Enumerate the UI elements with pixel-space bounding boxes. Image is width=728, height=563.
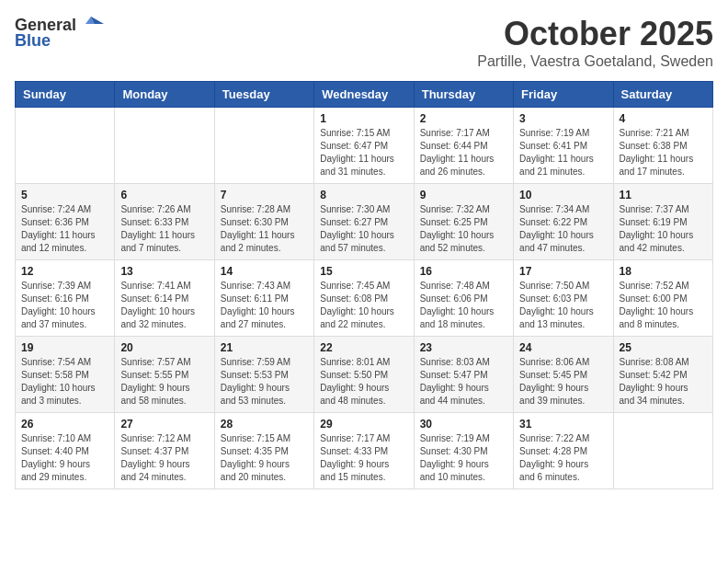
day-number: 20: [120, 341, 208, 354]
calendar-week-row: 26Sunrise: 7:10 AM Sunset: 4:40 PM Dayli…: [16, 413, 713, 489]
day-number: 10: [519, 189, 607, 201]
day-number: 17: [519, 265, 607, 278]
day-number: 22: [320, 341, 407, 354]
day-number: 23: [420, 341, 507, 354]
calendar-cell: 1Sunrise: 7:15 AM Sunset: 6:47 PM Daylig…: [314, 108, 414, 184]
day-number: 4: [620, 112, 707, 125]
calendar-cell: 4Sunrise: 7:21 AM Sunset: 6:38 PM Daylig…: [613, 108, 712, 184]
calendar-cell: 9Sunrise: 7:32 AM Sunset: 6:25 PM Daylig…: [414, 184, 513, 260]
day-info: Sunrise: 7:21 AM Sunset: 6:38 PM Dayligh…: [620, 127, 707, 178]
day-number: 19: [21, 341, 108, 354]
day-info: Sunrise: 7:45 AM Sunset: 6:08 PM Dayligh…: [320, 280, 407, 331]
day-number: 2: [420, 112, 507, 125]
day-number: 30: [420, 418, 507, 431]
calendar-cell: 27Sunrise: 7:12 AM Sunset: 4:37 PM Dayli…: [115, 413, 214, 489]
day-info: Sunrise: 7:22 AM Sunset: 4:28 PM Dayligh…: [519, 432, 607, 484]
calendar-cell: 21Sunrise: 7:59 AM Sunset: 5:53 PM Dayli…: [214, 337, 313, 413]
calendar-cell: 17Sunrise: 7:50 AM Sunset: 6:03 PM Dayli…: [514, 260, 613, 337]
calendar-week-row: 19Sunrise: 7:54 AM Sunset: 5:58 PM Dayli…: [16, 337, 713, 413]
calendar-week-row: 12Sunrise: 7:39 AM Sunset: 6:16 PM Dayli…: [16, 260, 713, 337]
day-number: 16: [420, 265, 507, 278]
calendar-week-row: 1Sunrise: 7:15 AM Sunset: 6:47 PM Daylig…: [16, 108, 713, 184]
day-number: 3: [519, 112, 607, 125]
calendar-cell: 19Sunrise: 7:54 AM Sunset: 5:58 PM Dayli…: [16, 337, 115, 413]
day-info: Sunrise: 7:43 AM Sunset: 6:11 PM Dayligh…: [221, 280, 308, 331]
day-info: Sunrise: 8:01 AM Sunset: 5:50 PM Dayligh…: [320, 356, 407, 408]
calendar-cell: 24Sunrise: 8:06 AM Sunset: 5:45 PM Dayli…: [514, 337, 613, 413]
month-title: October 2025: [477, 15, 713, 53]
day-info: Sunrise: 7:52 AM Sunset: 6:00 PM Dayligh…: [620, 280, 707, 331]
calendar-cell: 7Sunrise: 7:28 AM Sunset: 6:30 PM Daylig…: [214, 184, 313, 260]
calendar-cell: 30Sunrise: 7:19 AM Sunset: 4:30 PM Dayli…: [414, 413, 513, 489]
day-info: Sunrise: 7:30 AM Sunset: 6:27 PM Dayligh…: [320, 203, 407, 255]
day-info: Sunrise: 7:24 AM Sunset: 6:36 PM Dayligh…: [21, 203, 108, 255]
logo-blue-text: Blue: [15, 31, 51, 51]
calendar-cell: 18Sunrise: 7:52 AM Sunset: 6:00 PM Dayli…: [613, 260, 712, 337]
day-number: 29: [320, 418, 407, 431]
calendar-cell: 2Sunrise: 7:17 AM Sunset: 6:44 PM Daylig…: [414, 108, 513, 184]
day-info: Sunrise: 7:34 AM Sunset: 6:22 PM Dayligh…: [519, 203, 607, 255]
calendar-week-row: 5Sunrise: 7:24 AM Sunset: 6:36 PM Daylig…: [16, 184, 713, 260]
calendar-cell: [613, 413, 712, 489]
day-info: Sunrise: 7:41 AM Sunset: 6:14 PM Dayligh…: [120, 280, 208, 331]
day-number: 1: [320, 112, 407, 125]
calendar-cell: 29Sunrise: 7:17 AM Sunset: 4:33 PM Dayli…: [314, 413, 414, 489]
day-info: Sunrise: 7:19 AM Sunset: 6:41 PM Dayligh…: [519, 127, 607, 178]
day-number: 28: [221, 418, 308, 431]
calendar-cell: 8Sunrise: 7:30 AM Sunset: 6:27 PM Daylig…: [314, 184, 414, 260]
day-number: 7: [221, 189, 308, 201]
calendar-header-row: SundayMondayTuesdayWednesdayThursdayFrid…: [16, 82, 713, 108]
page-header: General Blue October 2025 Partille, Vaes…: [15, 15, 713, 70]
calendar-cell: 16Sunrise: 7:48 AM Sunset: 6:06 PM Dayli…: [414, 260, 513, 337]
day-info: Sunrise: 7:17 AM Sunset: 4:33 PM Dayligh…: [320, 432, 407, 484]
logo-bird-icon: [78, 15, 104, 35]
calendar-cell: 3Sunrise: 7:19 AM Sunset: 6:41 PM Daylig…: [514, 108, 613, 184]
day-number: 21: [221, 341, 308, 354]
day-info: Sunrise: 7:15 AM Sunset: 6:47 PM Dayligh…: [320, 127, 407, 178]
day-info: Sunrise: 7:12 AM Sunset: 4:37 PM Dayligh…: [120, 432, 208, 484]
calendar-table: SundayMondayTuesdayWednesdayThursdayFrid…: [15, 81, 713, 489]
calendar-cell: [115, 108, 214, 184]
calendar-cell: 10Sunrise: 7:34 AM Sunset: 6:22 PM Dayli…: [514, 184, 613, 260]
calendar-cell: 12Sunrise: 7:39 AM Sunset: 6:16 PM Dayli…: [16, 260, 115, 337]
calendar-cell: 31Sunrise: 7:22 AM Sunset: 4:28 PM Dayli…: [514, 413, 613, 489]
day-info: Sunrise: 8:06 AM Sunset: 5:45 PM Dayligh…: [519, 356, 607, 408]
day-info: Sunrise: 7:39 AM Sunset: 6:16 PM Dayligh…: [21, 280, 108, 331]
calendar-cell: 28Sunrise: 7:15 AM Sunset: 4:35 PM Dayli…: [214, 413, 313, 489]
day-info: Sunrise: 7:28 AM Sunset: 6:30 PM Dayligh…: [221, 203, 308, 255]
day-number: 18: [620, 265, 707, 278]
day-info: Sunrise: 7:10 AM Sunset: 4:40 PM Dayligh…: [21, 432, 108, 484]
weekday-header-wednesday: Wednesday: [314, 82, 414, 108]
day-info: Sunrise: 7:15 AM Sunset: 4:35 PM Dayligh…: [221, 432, 308, 484]
day-number: 11: [620, 189, 707, 201]
day-info: Sunrise: 8:08 AM Sunset: 5:42 PM Dayligh…: [620, 356, 707, 408]
calendar-cell: 25Sunrise: 8:08 AM Sunset: 5:42 PM Dayli…: [613, 337, 712, 413]
calendar-cell: 26Sunrise: 7:10 AM Sunset: 4:40 PM Dayli…: [16, 413, 115, 489]
day-number: 26: [21, 418, 108, 431]
day-number: 15: [320, 265, 407, 278]
day-info: Sunrise: 7:17 AM Sunset: 6:44 PM Dayligh…: [420, 127, 507, 178]
calendar-cell: 6Sunrise: 7:26 AM Sunset: 6:33 PM Daylig…: [115, 184, 214, 260]
weekday-header-monday: Monday: [115, 82, 214, 108]
day-number: 9: [420, 189, 507, 201]
title-section: October 2025 Partille, Vaestra Goetaland…: [477, 15, 713, 70]
day-number: 8: [320, 189, 407, 201]
calendar-cell: 11Sunrise: 7:37 AM Sunset: 6:19 PM Dayli…: [613, 184, 712, 260]
day-number: 5: [21, 189, 108, 201]
calendar-cell: 23Sunrise: 8:03 AM Sunset: 5:47 PM Dayli…: [414, 337, 513, 413]
calendar-cell: 15Sunrise: 7:45 AM Sunset: 6:08 PM Dayli…: [314, 260, 414, 337]
day-number: 31: [519, 418, 607, 431]
day-info: Sunrise: 7:48 AM Sunset: 6:06 PM Dayligh…: [420, 280, 507, 331]
day-number: 6: [120, 189, 208, 201]
calendar-cell: 13Sunrise: 7:41 AM Sunset: 6:14 PM Dayli…: [115, 260, 214, 337]
weekday-header-saturday: Saturday: [613, 82, 712, 108]
weekday-header-sunday: Sunday: [16, 82, 115, 108]
day-number: 27: [120, 418, 208, 431]
calendar-cell: 20Sunrise: 7:57 AM Sunset: 5:55 PM Dayli…: [115, 337, 214, 413]
calendar-cell: 22Sunrise: 8:01 AM Sunset: 5:50 PM Dayli…: [314, 337, 414, 413]
day-info: Sunrise: 7:59 AM Sunset: 5:53 PM Dayligh…: [221, 356, 308, 408]
day-info: Sunrise: 7:50 AM Sunset: 6:03 PM Dayligh…: [519, 280, 607, 331]
day-info: Sunrise: 7:19 AM Sunset: 4:30 PM Dayligh…: [420, 432, 507, 484]
day-info: Sunrise: 7:57 AM Sunset: 5:55 PM Dayligh…: [120, 356, 208, 408]
day-info: Sunrise: 7:32 AM Sunset: 6:25 PM Dayligh…: [420, 203, 507, 255]
